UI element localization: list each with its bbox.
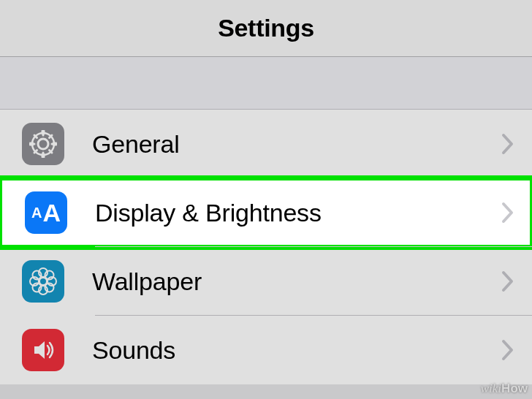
svg-rect-3	[42, 153, 45, 158]
row-label: General	[92, 130, 501, 159]
gear-icon	[22, 123, 64, 165]
settings-row-wallpaper[interactable]: Wallpaper	[0, 247, 532, 316]
flower-icon	[22, 260, 64, 303]
chevron-right-icon	[501, 270, 514, 292]
row-label: Display & Brightness	[95, 199, 501, 227]
settings-row-sounds[interactable]: Sounds	[0, 316, 532, 384]
settings-row-general[interactable]: General	[0, 110, 532, 178]
row-label: Sounds	[92, 336, 501, 365]
chevron-right-icon	[501, 202, 514, 224]
chevron-right-icon	[501, 133, 514, 155]
speaker-icon	[22, 329, 64, 371]
chevron-right-icon	[501, 339, 514, 361]
svg-point-0	[38, 139, 48, 149]
text-size-icon: AA	[25, 191, 67, 234]
settings-header: Settings	[0, 0, 532, 57]
row-label: Wallpaper	[92, 267, 501, 296]
svg-rect-2	[42, 130, 45, 134]
watermark: wikiHow	[481, 381, 528, 396]
svg-rect-5	[53, 142, 57, 146]
settings-row-display-brightness[interactable]: AA Display & Brightness	[0, 178, 532, 247]
settings-list: General AA Display & Brightness	[0, 110, 532, 384]
page-title: Settings	[218, 14, 314, 42]
svg-rect-4	[29, 142, 34, 146]
svg-point-6	[39, 278, 47, 285]
section-gap	[0, 57, 532, 110]
